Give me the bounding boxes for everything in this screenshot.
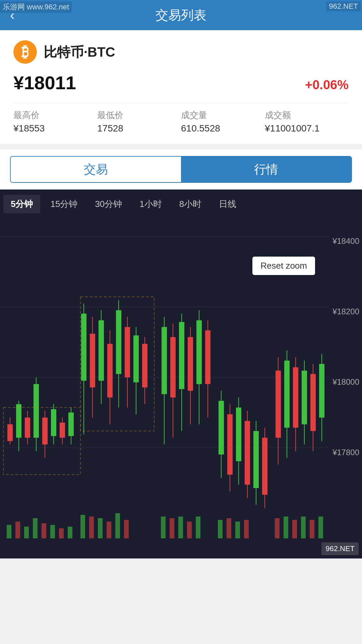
- tab-交易[interactable]: 交易: [11, 157, 181, 182]
- svg-rect-83: [68, 527, 72, 538]
- svg-rect-29: [107, 344, 113, 397]
- svg-rect-79: [33, 518, 38, 538]
- svg-rect-89: [124, 520, 129, 538]
- svg-rect-87: [107, 522, 111, 538]
- stat-item-3: 成交额 ¥11001007.1: [265, 109, 349, 134]
- svg-rect-71: [302, 371, 307, 424]
- svg-rect-99: [275, 518, 280, 538]
- svg-rect-57: [236, 408, 241, 461]
- svg-rect-77: [15, 522, 20, 538]
- svg-rect-82: [59, 528, 64, 538]
- svg-rect-94: [196, 517, 200, 538]
- coin-row: ₿ 比特币·BTC: [13, 40, 349, 64]
- svg-rect-41: [162, 327, 167, 394]
- svg-rect-81: [50, 525, 55, 538]
- chart-section: 5分钟15分钟30分钟1小时8小时日线 Reset zoom ¥18400 ¥1…: [0, 190, 362, 558]
- stat-value-2: 610.5528: [181, 123, 265, 134]
- coin-name: 比特币·BTC: [44, 43, 115, 61]
- interval-btn-3[interactable]: 1小时: [132, 195, 169, 213]
- svg-rect-49: [196, 320, 202, 384]
- svg-rect-98: [244, 520, 249, 538]
- watermark-top-right: 962.NET: [326, 1, 361, 11]
- svg-rect-76: [7, 525, 11, 538]
- svg-rect-65: [276, 371, 281, 438]
- svg-rect-59: [245, 421, 250, 485]
- interval-btn-1[interactable]: 15分钟: [43, 195, 85, 213]
- price-row: ¥18011 +0.06%: [13, 72, 349, 94]
- svg-rect-103: [310, 520, 314, 538]
- svg-rect-11: [25, 418, 30, 438]
- interval-btn-4[interactable]: 8小时: [172, 195, 209, 213]
- svg-rect-97: [235, 522, 240, 538]
- svg-rect-95: [218, 520, 223, 538]
- svg-rect-92: [178, 517, 183, 538]
- tab-行情[interactable]: 行情: [181, 157, 351, 182]
- interval-btn-2[interactable]: 30分钟: [87, 195, 129, 213]
- stat-value-3: ¥11001007.1: [265, 123, 349, 134]
- reset-zoom-button[interactable]: Reset zoom: [252, 257, 315, 275]
- svg-rect-96: [227, 518, 231, 538]
- stat-label-1: 最低价: [97, 109, 181, 121]
- stat-value-0: ¥18553: [13, 123, 97, 134]
- stat-label-0: 最高价: [13, 109, 97, 121]
- stat-value-1: 17528: [97, 123, 181, 134]
- svg-rect-17: [51, 409, 56, 436]
- stat-label-2: 成交量: [181, 109, 265, 121]
- svg-rect-23: [81, 314, 86, 381]
- svg-rect-93: [187, 522, 192, 538]
- svg-rect-67: [284, 361, 290, 428]
- svg-rect-15: [42, 418, 48, 444]
- price-change: +0.06%: [305, 78, 349, 92]
- stat-item-1: 最低价 17528: [97, 109, 181, 134]
- svg-rect-33: [125, 327, 130, 377]
- svg-rect-80: [42, 523, 46, 538]
- svg-rect-75: [319, 364, 324, 418]
- svg-rect-27: [99, 320, 104, 381]
- watermark-bottom-right: 962.NET: [321, 542, 359, 555]
- svg-rect-69: [293, 367, 298, 428]
- svg-rect-9: [16, 404, 21, 438]
- svg-rect-90: [161, 517, 166, 538]
- current-price: ¥18011: [13, 72, 76, 94]
- svg-rect-101: [292, 520, 297, 538]
- svg-rect-37: [142, 344, 147, 387]
- svg-rect-43: [170, 337, 176, 397]
- interval-btn-5[interactable]: 日线: [212, 195, 244, 213]
- svg-rect-47: [188, 337, 193, 391]
- stat-label-3: 成交额: [265, 109, 349, 121]
- header: 乐游网 www.962.net 962.NET ‹ 交易列表: [0, 0, 362, 30]
- svg-rect-100: [284, 517, 288, 538]
- svg-rect-25: [90, 334, 95, 387]
- svg-text:₿: ₿: [21, 44, 29, 60]
- svg-rect-21: [68, 413, 74, 436]
- interval-row: 5分钟15分钟30分钟1小时8小时日线: [0, 190, 362, 219]
- svg-rect-35: [133, 335, 139, 382]
- svg-rect-84: [80, 515, 85, 538]
- stat-item-2: 成交量 610.5528: [181, 109, 265, 134]
- svg-rect-91: [170, 518, 174, 538]
- svg-rect-86: [98, 518, 103, 538]
- svg-rect-51: [205, 330, 210, 384]
- svg-rect-13: [34, 384, 39, 438]
- svg-rect-45: [179, 322, 184, 389]
- svg-rect-31: [116, 310, 121, 374]
- bitcoin-icon: ₿: [13, 40, 37, 64]
- svg-rect-88: [115, 513, 120, 538]
- svg-rect-85: [89, 517, 94, 538]
- info-section: ₿ 比特币·BTC ¥18011 +0.06% 最高价 ¥18553 最低价 1…: [0, 30, 362, 144]
- svg-rect-63: [262, 438, 267, 495]
- svg-rect-19: [60, 423, 65, 438]
- svg-rect-7: [7, 424, 13, 441]
- svg-rect-53: [219, 401, 224, 454]
- svg-rect-73: [310, 374, 316, 431]
- svg-rect-102: [301, 517, 306, 538]
- stats-row: 最高价 ¥18553 最低价 17528 成交量 610.5528 成交额 ¥1…: [13, 103, 349, 134]
- tab-row: 交易行情: [10, 156, 352, 183]
- tab-section: 交易行情: [0, 149, 362, 190]
- svg-rect-78: [24, 527, 29, 538]
- stat-item-0: 最高价 ¥18553: [13, 109, 97, 134]
- interval-btn-0[interactable]: 5分钟: [3, 195, 40, 213]
- page-title: 交易列表: [156, 7, 206, 24]
- back-button[interactable]: ‹: [10, 8, 14, 22]
- svg-rect-61: [253, 431, 259, 488]
